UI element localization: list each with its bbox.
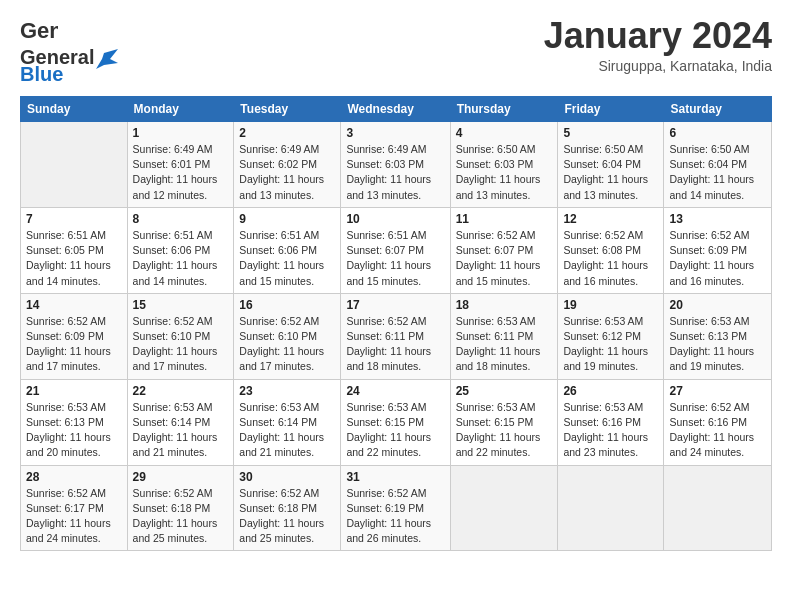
table-row: 3Sunrise: 6:49 AM Sunset: 6:03 PM Daylig… <box>341 122 450 208</box>
day-info: Sunrise: 6:52 AM Sunset: 6:07 PM Dayligh… <box>456 228 553 289</box>
calendar-week-row: 7Sunrise: 6:51 AM Sunset: 6:05 PM Daylig… <box>21 207 772 293</box>
day-info: Sunrise: 6:49 AM Sunset: 6:03 PM Dayligh… <box>346 142 444 203</box>
day-number: 14 <box>26 298 122 312</box>
table-row: 29Sunrise: 6:52 AM Sunset: 6:18 PM Dayli… <box>127 465 234 551</box>
day-info: Sunrise: 6:52 AM Sunset: 6:09 PM Dayligh… <box>26 314 122 375</box>
table-row: 4Sunrise: 6:50 AM Sunset: 6:03 PM Daylig… <box>450 122 558 208</box>
col-friday: Friday <box>558 97 664 122</box>
day-number: 8 <box>133 212 229 226</box>
table-row: 27Sunrise: 6:52 AM Sunset: 6:16 PM Dayli… <box>664 379 772 465</box>
col-sunday: Sunday <box>21 97 128 122</box>
calendar-week-row: 1Sunrise: 6:49 AM Sunset: 6:01 PM Daylig… <box>21 122 772 208</box>
day-info: Sunrise: 6:52 AM Sunset: 6:18 PM Dayligh… <box>133 486 229 547</box>
day-info: Sunrise: 6:52 AM Sunset: 6:10 PM Dayligh… <box>239 314 335 375</box>
table-row: 12Sunrise: 6:52 AM Sunset: 6:08 PM Dayli… <box>558 207 664 293</box>
day-number: 10 <box>346 212 444 226</box>
day-number: 21 <box>26 384 122 398</box>
day-info: Sunrise: 6:51 AM Sunset: 6:07 PM Dayligh… <box>346 228 444 289</box>
day-info: Sunrise: 6:53 AM Sunset: 6:12 PM Dayligh… <box>563 314 658 375</box>
logo-icon: General <box>20 16 58 46</box>
table-row <box>21 122 128 208</box>
day-info: Sunrise: 6:50 AM Sunset: 6:04 PM Dayligh… <box>669 142 766 203</box>
table-row: 6Sunrise: 6:50 AM Sunset: 6:04 PM Daylig… <box>664 122 772 208</box>
day-number: 2 <box>239 126 335 140</box>
svg-text:General: General <box>20 18 58 43</box>
table-row: 25Sunrise: 6:53 AM Sunset: 6:15 PM Dayli… <box>450 379 558 465</box>
table-row: 2Sunrise: 6:49 AM Sunset: 6:02 PM Daylig… <box>234 122 341 208</box>
day-number: 4 <box>456 126 553 140</box>
day-number: 24 <box>346 384 444 398</box>
day-info: Sunrise: 6:53 AM Sunset: 6:14 PM Dayligh… <box>133 400 229 461</box>
day-info: Sunrise: 6:53 AM Sunset: 6:15 PM Dayligh… <box>346 400 444 461</box>
location: Siruguppa, Karnataka, India <box>544 58 772 74</box>
table-row <box>664 465 772 551</box>
table-row: 13Sunrise: 6:52 AM Sunset: 6:09 PM Dayli… <box>664 207 772 293</box>
calendar-table: Sunday Monday Tuesday Wednesday Thursday… <box>20 96 772 551</box>
table-row: 14Sunrise: 6:52 AM Sunset: 6:09 PM Dayli… <box>21 293 128 379</box>
day-number: 22 <box>133 384 229 398</box>
col-monday: Monday <box>127 97 234 122</box>
day-number: 27 <box>669 384 766 398</box>
logo: General General Blue <box>20 16 120 86</box>
month-title: January 2024 <box>544 16 772 56</box>
table-row: 9Sunrise: 6:51 AM Sunset: 6:06 PM Daylig… <box>234 207 341 293</box>
logo-blue: Blue <box>20 63 63 86</box>
day-info: Sunrise: 6:49 AM Sunset: 6:02 PM Dayligh… <box>239 142 335 203</box>
header: General General Blue January 2024 Sirugu… <box>20 16 772 86</box>
table-row: 11Sunrise: 6:52 AM Sunset: 6:07 PM Dayli… <box>450 207 558 293</box>
day-number: 13 <box>669 212 766 226</box>
day-number: 29 <box>133 470 229 484</box>
day-number: 25 <box>456 384 553 398</box>
day-number: 15 <box>133 298 229 312</box>
calendar-week-row: 21Sunrise: 6:53 AM Sunset: 6:13 PM Dayli… <box>21 379 772 465</box>
calendar-header-row: Sunday Monday Tuesday Wednesday Thursday… <box>21 97 772 122</box>
day-info: Sunrise: 6:53 AM Sunset: 6:11 PM Dayligh… <box>456 314 553 375</box>
table-row: 5Sunrise: 6:50 AM Sunset: 6:04 PM Daylig… <box>558 122 664 208</box>
day-number: 9 <box>239 212 335 226</box>
day-info: Sunrise: 6:52 AM Sunset: 6:11 PM Dayligh… <box>346 314 444 375</box>
col-tuesday: Tuesday <box>234 97 341 122</box>
day-number: 3 <box>346 126 444 140</box>
table-row: 19Sunrise: 6:53 AM Sunset: 6:12 PM Dayli… <box>558 293 664 379</box>
day-info: Sunrise: 6:52 AM Sunset: 6:18 PM Dayligh… <box>239 486 335 547</box>
table-row: 30Sunrise: 6:52 AM Sunset: 6:18 PM Dayli… <box>234 465 341 551</box>
day-number: 31 <box>346 470 444 484</box>
table-row: 28Sunrise: 6:52 AM Sunset: 6:17 PM Dayli… <box>21 465 128 551</box>
page: General General Blue January 2024 Sirugu… <box>0 0 792 561</box>
day-number: 19 <box>563 298 658 312</box>
day-info: Sunrise: 6:53 AM Sunset: 6:13 PM Dayligh… <box>26 400 122 461</box>
col-saturday: Saturday <box>664 97 772 122</box>
day-number: 26 <box>563 384 658 398</box>
day-info: Sunrise: 6:53 AM Sunset: 6:16 PM Dayligh… <box>563 400 658 461</box>
table-row: 8Sunrise: 6:51 AM Sunset: 6:06 PM Daylig… <box>127 207 234 293</box>
day-number: 1 <box>133 126 229 140</box>
table-row: 18Sunrise: 6:53 AM Sunset: 6:11 PM Dayli… <box>450 293 558 379</box>
day-info: Sunrise: 6:50 AM Sunset: 6:04 PM Dayligh… <box>563 142 658 203</box>
table-row: 1Sunrise: 6:49 AM Sunset: 6:01 PM Daylig… <box>127 122 234 208</box>
calendar-week-row: 14Sunrise: 6:52 AM Sunset: 6:09 PM Dayli… <box>21 293 772 379</box>
day-number: 12 <box>563 212 658 226</box>
table-row: 26Sunrise: 6:53 AM Sunset: 6:16 PM Dayli… <box>558 379 664 465</box>
title-block: January 2024 Siruguppa, Karnataka, India <box>544 16 772 74</box>
table-row: 17Sunrise: 6:52 AM Sunset: 6:11 PM Dayli… <box>341 293 450 379</box>
day-number: 30 <box>239 470 335 484</box>
day-info: Sunrise: 6:53 AM Sunset: 6:15 PM Dayligh… <box>456 400 553 461</box>
day-info: Sunrise: 6:52 AM Sunset: 6:19 PM Dayligh… <box>346 486 444 547</box>
table-row: 7Sunrise: 6:51 AM Sunset: 6:05 PM Daylig… <box>21 207 128 293</box>
day-number: 6 <box>669 126 766 140</box>
day-info: Sunrise: 6:49 AM Sunset: 6:01 PM Dayligh… <box>133 142 229 203</box>
table-row: 31Sunrise: 6:52 AM Sunset: 6:19 PM Dayli… <box>341 465 450 551</box>
table-row <box>450 465 558 551</box>
day-number: 28 <box>26 470 122 484</box>
day-number: 16 <box>239 298 335 312</box>
day-info: Sunrise: 6:52 AM Sunset: 6:17 PM Dayligh… <box>26 486 122 547</box>
day-info: Sunrise: 6:50 AM Sunset: 6:03 PM Dayligh… <box>456 142 553 203</box>
svg-marker-1 <box>96 49 118 69</box>
table-row <box>558 465 664 551</box>
day-info: Sunrise: 6:51 AM Sunset: 6:06 PM Dayligh… <box>133 228 229 289</box>
day-number: 18 <box>456 298 553 312</box>
day-info: Sunrise: 6:51 AM Sunset: 6:06 PM Dayligh… <box>239 228 335 289</box>
table-row: 15Sunrise: 6:52 AM Sunset: 6:10 PM Dayli… <box>127 293 234 379</box>
day-info: Sunrise: 6:52 AM Sunset: 6:10 PM Dayligh… <box>133 314 229 375</box>
col-thursday: Thursday <box>450 97 558 122</box>
